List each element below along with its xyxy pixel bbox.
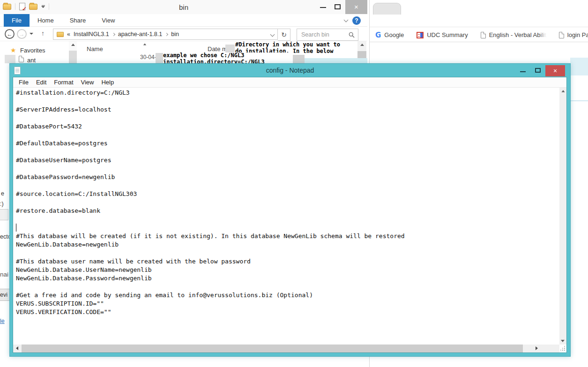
vertical-scrollbar[interactable] xyxy=(559,88,566,345)
window-glow xyxy=(305,58,367,63)
breadcrumb-segment[interactable]: InstallNGL3.1 xyxy=(74,31,109,37)
menu-format[interactable]: Format xyxy=(50,79,77,86)
up-button[interactable]: ↑ xyxy=(41,30,45,37)
ribbon-tab-row: File Home Share View ? xyxy=(0,14,367,27)
text-caret xyxy=(16,224,16,232)
ribbon-tabs: File Home Share View xyxy=(4,14,123,27)
tab-share[interactable]: Share xyxy=(62,14,94,27)
toolbar-divider xyxy=(370,27,588,27)
bookmarks-bar: G Google UDC Summary English - Verbal Ab… xyxy=(375,28,588,42)
bookmark-label: Google xyxy=(384,31,404,38)
notepad-text-content[interactable]: #installation.directory=C:/NGL3 #ServerI… xyxy=(13,88,559,316)
forward-button[interactable]: → xyxy=(17,29,27,39)
breadcrumb-separator-icon[interactable] xyxy=(112,32,115,36)
back-button[interactable]: ← xyxy=(5,29,15,39)
breadcrumb-separator-icon[interactable] xyxy=(165,32,168,36)
minimize-button[interactable] xyxy=(520,71,526,72)
menu-help[interactable]: Help xyxy=(97,79,118,86)
notepad-window: config - Notepad × File Edit Format View… xyxy=(9,63,571,357)
maximize-button[interactable] xyxy=(535,68,541,73)
grid-icon xyxy=(417,32,424,38)
background-fragment: ecto xyxy=(0,233,10,240)
sort-indicator-icon[interactable] xyxy=(143,44,146,45)
bookmark-login-page[interactable]: login Page xyxy=(559,31,588,38)
resize-grip[interactable] xyxy=(559,345,566,352)
tab-file[interactable]: File xyxy=(4,14,30,27)
address-dropdown-icon[interactable] xyxy=(270,32,275,37)
horizontal-scrollbar[interactable] xyxy=(13,345,559,352)
bookmark-label: login Page xyxy=(567,31,588,38)
scrollbar-fragment xyxy=(5,55,15,63)
menu-edit[interactable]: Edit xyxy=(32,79,50,86)
google-icon: G xyxy=(375,31,381,39)
notepad-titlebar[interactable]: config - Notepad × xyxy=(10,64,570,77)
scroll-left-icon[interactable] xyxy=(16,346,18,350)
column-header-name[interactable]: Name xyxy=(87,45,103,52)
bookmark-english-verbal[interactable]: English - Verbal Abilit xyxy=(481,31,546,38)
sidebar-scrollbar[interactable] xyxy=(69,41,77,63)
scroll-up-icon[interactable] xyxy=(561,90,565,92)
notepad-window-title: config - Notepad xyxy=(10,67,570,74)
page-content-fragment xyxy=(570,100,588,101)
tab-home[interactable]: Home xyxy=(30,14,62,27)
refresh-button[interactable]: ↻ xyxy=(278,29,290,41)
file-row-ant[interactable]: ant xyxy=(27,57,36,64)
close-button[interactable]: × xyxy=(545,65,565,76)
background-fragment: e xyxy=(1,190,4,197)
background-button-fragment[interactable]: evi xyxy=(0,289,9,301)
scrollbar-fragment xyxy=(293,55,305,63)
search-icon[interactable] xyxy=(349,32,355,38)
browser-tab[interactable] xyxy=(373,3,401,15)
notepad-client-area: File Edit Format View Help #installation… xyxy=(13,77,566,352)
notepad-text-area[interactable]: #installation.directory=C:/NGL3 #ServerI… xyxy=(13,88,559,345)
bookmark-label: UDC Summary xyxy=(427,31,468,38)
breadcrumb-prefix: « xyxy=(67,31,70,37)
bookmark-google[interactable]: G Google xyxy=(375,31,404,39)
search-input[interactable] xyxy=(297,29,347,40)
folder-icon xyxy=(57,32,64,37)
favorites-star-icon: ★ xyxy=(10,46,16,54)
explorer-titlebar: bin × xyxy=(0,0,367,14)
tab-view[interactable]: View xyxy=(94,14,123,27)
address-bar-row: ← → ↑ « InstallNGL3.1 apache-ant-1.8.1 b… xyxy=(0,27,367,41)
collapse-ribbon-icon[interactable] xyxy=(344,18,349,22)
help-button[interactable]: ? xyxy=(352,16,361,25)
scroll-down-icon[interactable] xyxy=(561,340,565,342)
explorer-window-title: bin xyxy=(0,3,367,11)
notepad-menubar: File Edit Format View Help xyxy=(13,77,566,88)
background-link-fragment[interactable]: le xyxy=(0,318,5,324)
breadcrumb-segment[interactable]: apache-ant-1.8.1 xyxy=(118,31,163,37)
background-fragment: :) xyxy=(0,201,4,207)
background-fragment: nai xyxy=(0,271,8,278)
sidebar-item-favorites[interactable]: Favorites xyxy=(20,47,45,54)
scroll-up-icon[interactable] xyxy=(360,44,364,46)
scroll-up-icon[interactable] xyxy=(71,44,75,46)
search-box xyxy=(297,29,358,41)
scrollbar-thumb[interactable] xyxy=(22,345,523,352)
bookmarks-divider xyxy=(370,42,588,42)
bookmark-udc-summary[interactable]: UDC Summary xyxy=(417,31,468,38)
maximize-button[interactable] xyxy=(335,4,341,9)
scrollbar-thumb[interactable] xyxy=(69,51,77,63)
background-notepad-text: example we chose C:/NGL3 installation.di… xyxy=(163,52,294,63)
menu-view[interactable]: View xyxy=(77,79,98,86)
address-bar[interactable]: « InstallNGL3.1 apache-ant-1.8.1 bin xyxy=(53,29,278,40)
file-icon xyxy=(19,56,24,62)
page-icon xyxy=(481,32,486,38)
minimize-button[interactable] xyxy=(320,7,326,8)
breadcrumb-segment[interactable]: bin xyxy=(171,31,179,37)
close-button[interactable]: × xyxy=(345,0,367,14)
page-content-fragment xyxy=(570,58,588,75)
menu-file[interactable]: File xyxy=(15,79,32,86)
scroll-right-icon[interactable] xyxy=(536,346,538,350)
background-fragment xyxy=(0,209,8,220)
bookmark-label: English - Verbal Abilit xyxy=(489,31,546,38)
page-icon xyxy=(559,32,564,38)
recent-locations-icon[interactable] xyxy=(30,33,33,35)
